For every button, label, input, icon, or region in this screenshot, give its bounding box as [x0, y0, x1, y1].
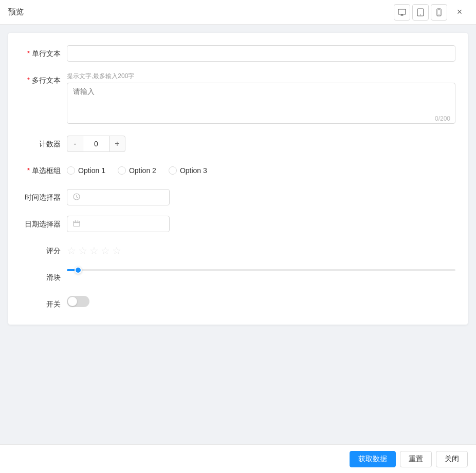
single-text-input[interactable] [67, 45, 455, 62]
desktop-icon [398, 8, 406, 16]
star-group: ☆ ☆ ☆ ☆ ☆ [67, 242, 455, 259]
date-picker-input[interactable] [67, 216, 170, 232]
toggle-thumb [68, 297, 77, 306]
toggle-row: 开关 [21, 296, 455, 312]
time-picker-label: 时间选择器 [21, 189, 67, 205]
header-actions: × [394, 4, 468, 21]
tablet-icon [416, 8, 425, 16]
counter-label: 计数器 [21, 136, 67, 152]
slider-row: 滑块 [21, 269, 455, 286]
slider-wrapper [67, 269, 455, 271]
counter-minus-button[interactable]: - [67, 136, 83, 152]
svg-point-5 [420, 14, 421, 15]
star-5[interactable]: ☆ [112, 242, 121, 259]
close-footer-button[interactable]: 关闭 [436, 451, 468, 467]
time-picker-row: 时间选择器 [21, 189, 455, 205]
svg-line-11 [77, 197, 78, 198]
slider-label: 滑块 [21, 269, 67, 286]
mobile-icon [435, 8, 443, 16]
toggle-switch[interactable] [67, 296, 89, 307]
single-text-row: 单行文本 [21, 45, 455, 62]
date-picker-label: 日期选择器 [21, 216, 67, 232]
radio-circle-2 [118, 166, 126, 175]
counter-wrapper: - 0 + [67, 136, 455, 152]
mobile-view-button[interactable] [431, 4, 447, 21]
desktop-view-button[interactable] [394, 4, 410, 21]
rating-control: ☆ ☆ ☆ ☆ ☆ [67, 242, 455, 259]
date-picker-row: 日期选择器 [21, 216, 455, 232]
header: 预览 × [0, 0, 476, 25]
multi-text-input[interactable] [67, 83, 455, 124]
single-text-label: 单行文本 [21, 45, 67, 62]
rating-row: 评分 ☆ ☆ ☆ ☆ ☆ [21, 242, 455, 259]
slider-control [67, 269, 455, 271]
counter-plus-button[interactable]: + [109, 136, 125, 152]
radio-circle-3 [169, 166, 177, 175]
radio-circle-1 [67, 166, 75, 175]
toggle-wrapper [67, 296, 455, 307]
calendar-icon [73, 220, 80, 229]
star-3[interactable]: ☆ [89, 242, 99, 259]
radio-label-3: Option 3 [180, 162, 207, 179]
rating-label: 评分 [21, 242, 67, 259]
textarea-wrapper: 0/200 [67, 83, 455, 125]
radio-label-2: Option 2 [129, 162, 156, 179]
content-area: 单行文本 多行文本 提示文字,最多输入200字 0/200 计数器 - [0, 25, 476, 444]
star-4[interactable]: ☆ [101, 242, 110, 259]
counter-control: - 0 + [67, 136, 455, 152]
time-picker-input[interactable] [67, 189, 170, 205]
radio-option-1[interactable]: Option 1 [67, 162, 105, 179]
star-1[interactable]: ☆ [67, 242, 76, 259]
radio-option-2[interactable]: Option 2 [118, 162, 156, 179]
footer: 获取数据 重置 关闭 [0, 444, 476, 473]
tablet-view-button[interactable] [412, 4, 429, 21]
toggle-label: 开关 [21, 296, 67, 312]
textarea-count: 0/200 [435, 115, 450, 122]
svg-rect-0 [398, 9, 406, 14]
radio-group: Option 1 Option 2 Option 3 [67, 162, 455, 179]
multi-text-control: 提示文字,最多输入200字 0/200 [67, 72, 455, 125]
reset-button[interactable]: 重置 [400, 451, 432, 467]
svg-rect-12 [74, 221, 80, 226]
single-text-control [67, 45, 455, 62]
counter-row: 计数器 - 0 + [21, 136, 455, 152]
radio-label: 单选框组 [21, 162, 67, 179]
slider-input[interactable] [67, 269, 455, 271]
radio-row: 单选框组 Option 1 Option 2 Option 3 [21, 162, 455, 179]
radio-control: Option 1 Option 2 Option 3 [67, 162, 455, 179]
star-2[interactable]: ☆ [78, 242, 87, 259]
time-picker-control [67, 189, 455, 205]
radio-label-1: Option 1 [78, 162, 105, 179]
textarea-hint: 提示文字,最多输入200字 [67, 72, 455, 81]
multi-text-label: 多行文本 [21, 72, 67, 88]
close-button[interactable]: × [451, 4, 468, 21]
svg-point-7 [438, 14, 440, 15]
radio-option-3[interactable]: Option 3 [169, 162, 207, 179]
clock-icon [73, 193, 80, 202]
multi-text-row: 多行文本 提示文字,最多输入200字 0/200 [21, 72, 455, 125]
form-card: 单行文本 多行文本 提示文字,最多输入200字 0/200 计数器 - [8, 33, 468, 325]
counter-value: 0 [83, 136, 109, 152]
header-title: 预览 [8, 7, 24, 17]
date-picker-control [67, 216, 455, 232]
get-data-button[interactable]: 获取数据 [350, 451, 396, 467]
toggle-control [67, 296, 455, 307]
